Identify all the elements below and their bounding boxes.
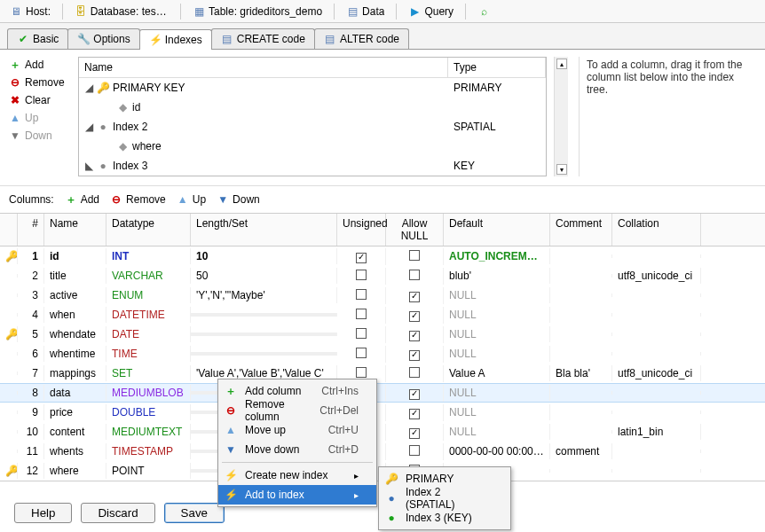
- column-collation[interactable]: [612, 352, 701, 356]
- column-allow-null[interactable]: [386, 365, 444, 382]
- checkbox[interactable]: [409, 409, 420, 419]
- column-default[interactable]: NULL: [444, 404, 550, 420]
- column-datatype[interactable]: MEDIUMBLOB: [106, 385, 191, 401]
- column-comment[interactable]: [550, 469, 612, 473]
- column-name[interactable]: whentime: [44, 346, 106, 362]
- checkbox[interactable]: [409, 250, 420, 261]
- checkbox[interactable]: [409, 350, 420, 361]
- tab-create-code[interactable]: ▤CREATE code: [211, 28, 315, 49]
- columns-remove[interactable]: ⊖Remove: [110, 192, 166, 207]
- column-allow-null[interactable]: [386, 346, 444, 363]
- column-row[interactable]: 2titleVARCHAR50blub'utf8_unicode_ci: [0, 266, 765, 286]
- column-datatype[interactable]: POINT: [106, 463, 191, 479]
- column-comment[interactable]: [550, 352, 612, 356]
- index-tree-body[interactable]: ◢🔑PRIMARY KEYPRIMARY◆id◢●Index 2SPATIAL◆…: [79, 78, 546, 176]
- column-name[interactable]: when: [44, 307, 106, 323]
- column-comment[interactable]: [550, 430, 612, 434]
- column-collation[interactable]: utf8_unicode_ci: [612, 365, 701, 381]
- column-comment[interactable]: comment: [550, 443, 612, 459]
- grid-body[interactable]: 🔑1idINT10AUTO_INCREMENT2titleVARCHAR50bl…: [0, 246, 765, 481]
- index-tree-row[interactable]: ◆where: [79, 137, 546, 156]
- column-datatype[interactable]: DATE: [106, 326, 191, 342]
- column-name[interactable]: price: [44, 404, 106, 420]
- checkbox[interactable]: [409, 331, 420, 341]
- grid-header-length[interactable]: Length/Set: [191, 214, 337, 246]
- grid-header-num[interactable]: #: [18, 214, 44, 246]
- columns-up[interactable]: ▲Up: [177, 192, 206, 207]
- index-tree-row[interactable]: ◆id: [79, 98, 546, 117]
- column-allow-null[interactable]: [386, 287, 444, 304]
- column-comment[interactable]: [550, 254, 612, 258]
- scroll-up-button[interactable]: ▴: [556, 59, 567, 69]
- scroll-down-button[interactable]: ▾: [556, 164, 567, 175]
- checkbox[interactable]: [356, 309, 367, 319]
- add-to-index-submenu[interactable]: 🔑PRIMARY●Index 2 (SPATIAL)●Index 3 (KEY): [378, 466, 511, 530]
- column-comment[interactable]: [550, 313, 612, 317]
- columns-add[interactable]: ＋Add: [65, 192, 99, 207]
- menu-move-down[interactable]: ▼Move downCtrl+D: [218, 440, 376, 459]
- checkbox[interactable]: [409, 389, 420, 400]
- column-name[interactable]: where: [44, 463, 106, 479]
- column-datatype[interactable]: ENUM: [106, 287, 191, 303]
- column-comment[interactable]: [550, 332, 612, 336]
- column-name[interactable]: content: [44, 424, 106, 440]
- index-header-name[interactable]: Name: [79, 58, 448, 77]
- column-name[interactable]: id: [44, 248, 106, 264]
- column-collation[interactable]: [612, 411, 701, 414]
- column-name[interactable]: whendate: [44, 326, 106, 342]
- column-comment[interactable]: [550, 391, 612, 395]
- tree-expander[interactable]: ◣: [84, 160, 93, 172]
- column-collation[interactable]: [612, 313, 701, 317]
- column-name[interactable]: title: [44, 268, 106, 284]
- menu-move-up[interactable]: ▲Move upCtrl+U: [218, 420, 376, 440]
- column-unsigned[interactable]: [337, 248, 386, 265]
- index-down[interactable]: ▼Down: [9, 128, 71, 144]
- index-tree-row[interactable]: ◣●Index 3KEY: [79, 156, 546, 176]
- column-unsigned[interactable]: [337, 287, 386, 304]
- column-collation[interactable]: [612, 469, 701, 473]
- save-button[interactable]: Save: [164, 503, 225, 523]
- query-tab[interactable]: ▶ Query: [402, 3, 460, 20]
- column-allow-null[interactable]: [386, 424, 444, 441]
- tab-indexes[interactable]: ⚡Indexes: [139, 29, 212, 50]
- menu-create-index[interactable]: ⚡Create new index: [218, 466, 376, 485]
- column-unsigned[interactable]: [337, 307, 386, 324]
- column-datatype[interactable]: TIME: [106, 346, 191, 362]
- column-row[interactable]: 6whentimeTIMENULL: [0, 344, 765, 364]
- grid-header-unsigned[interactable]: Unsigned: [337, 214, 386, 246]
- grid-header-collation[interactable]: Collation: [612, 214, 701, 246]
- column-default[interactable]: NULL: [444, 346, 550, 362]
- column-row[interactable]: 3activeENUM'Y','N','''Maybe'NULL: [0, 286, 765, 305]
- grid-header-allownull[interactable]: Allow NULL: [386, 214, 444, 246]
- column-allow-null[interactable]: [386, 385, 444, 402]
- column-default[interactable]: 0000-00-00 00:00:00: [444, 443, 550, 459]
- tab-options[interactable]: 🔧Options: [67, 28, 139, 49]
- column-context-menu[interactable]: ＋Add columnCtrl+Ins ⊖Remove columnCtrl+D…: [217, 379, 377, 507]
- column-length[interactable]: [191, 332, 337, 336]
- index-clear[interactable]: ✖Clear: [9, 92, 71, 108]
- column-collation[interactable]: [612, 450, 701, 453]
- column-name[interactable]: active: [44, 287, 106, 303]
- column-default[interactable]: NULL: [444, 424, 550, 440]
- help-button[interactable]: Help: [14, 503, 72, 523]
- grid-header-comment[interactable]: Comment: [550, 214, 612, 246]
- column-name[interactable]: data: [44, 385, 106, 401]
- column-collation[interactable]: [612, 391, 701, 395]
- checkbox[interactable]: [409, 445, 420, 456]
- database-tab[interactable]: 🗄 Database: test4a: [68, 3, 175, 20]
- checkbox[interactable]: [356, 270, 367, 280]
- checkbox[interactable]: [356, 289, 367, 300]
- grid-header-datatype[interactable]: Datatype: [106, 214, 191, 246]
- grid-header-default[interactable]: Default: [444, 214, 550, 246]
- column-length[interactable]: [191, 313, 337, 317]
- column-row[interactable]: 🔑5whendateDATENULL: [0, 325, 765, 344]
- checkbox[interactable]: [356, 328, 367, 339]
- column-collation[interactable]: [612, 332, 701, 336]
- checkbox[interactable]: [409, 428, 420, 439]
- submenu-item[interactable]: ●Index 3 (KEY): [379, 508, 510, 528]
- column-row[interactable]: 🔑1idINT10AUTO_INCREMENT: [0, 246, 765, 266]
- column-length[interactable]: 10: [191, 248, 337, 264]
- column-unsigned[interactable]: [337, 346, 386, 363]
- tab-alter-code[interactable]: ▤ALTER code: [314, 28, 409, 49]
- host-tab[interactable]: 🖥 Host:: [4, 3, 57, 20]
